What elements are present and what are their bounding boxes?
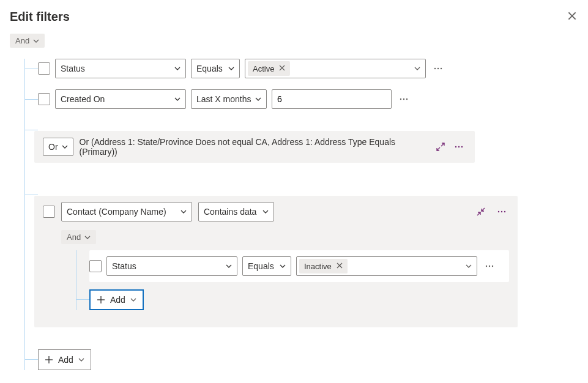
root-operator-label: And: [15, 36, 29, 45]
plus-icon: [45, 355, 53, 364]
page-title: Edit filters: [10, 10, 70, 24]
chevron-down-icon: [174, 96, 180, 102]
chevron-down-icon: [466, 263, 472, 269]
chevron-down-icon: [262, 209, 269, 215]
row-checkbox[interactable]: [38, 93, 50, 105]
field-select[interactable]: Status: [106, 256, 237, 276]
filter-row: Created On Last X months: [38, 89, 578, 109]
add-button-label: Add: [58, 355, 73, 365]
operator-select[interactable]: Equals: [191, 59, 240, 78]
add-row: Add: [89, 289, 509, 310]
collapse-icon[interactable]: [476, 207, 486, 217]
close-icon[interactable]: [566, 10, 578, 22]
nested-row-container: Status Equals Inact: [89, 250, 509, 282]
related-operator-select[interactable]: Contains data: [198, 202, 274, 221]
row-more-button[interactable]: [396, 92, 411, 106]
plus-icon: [97, 296, 105, 304]
field-select-value: Status: [112, 261, 136, 271]
related-entity-value: Contact (Company Name): [67, 207, 166, 217]
value-tag-label: Active: [253, 64, 274, 73]
operator-select[interactable]: Equals: [242, 256, 291, 276]
field-select[interactable]: Created On: [55, 89, 186, 109]
filter-row: Status Equals Active: [38, 59, 578, 78]
value-input[interactable]: Inactive: [296, 256, 477, 276]
operator-select-value: Equals: [248, 261, 274, 271]
row-checkbox[interactable]: [43, 206, 55, 218]
row-checkbox[interactable]: [89, 260, 102, 272]
add-button-label: Add: [110, 295, 125, 305]
related-entity-card: Contact (Company Name) Contains data: [34, 196, 518, 327]
row-checkbox[interactable]: [38, 62, 50, 75]
chevron-down-icon: [84, 234, 91, 240]
or-group-card: Or Or (Address 1: State/Province Does no…: [34, 131, 475, 163]
operator-select[interactable]: Last X months: [191, 89, 267, 109]
chevron-down-icon: [78, 357, 84, 363]
chevron-down-icon: [180, 209, 187, 215]
filter-group-wrapper: Contact (Company Name) Contains data: [38, 185, 578, 338]
group-operator-selector[interactable]: Or: [43, 138, 73, 156]
add-button[interactable]: Add: [89, 289, 144, 310]
filter-row: Status Equals Inact: [89, 256, 509, 276]
group-more-button[interactable]: [494, 204, 509, 219]
chevron-down-icon: [174, 65, 180, 72]
value-tag: Inactive: [299, 259, 348, 273]
chevron-down-icon: [130, 297, 136, 303]
nested-operator-selector[interactable]: And: [61, 230, 96, 244]
group-summary: Or (Address 1: State/Province Does not e…: [80, 137, 430, 157]
chevron-down-icon: [226, 263, 232, 269]
expand-icon[interactable]: [436, 142, 445, 152]
value-tag: Active: [248, 61, 290, 76]
row-more-button[interactable]: [482, 259, 497, 273]
row-more-button[interactable]: [431, 61, 445, 76]
related-operator-value: Contains data: [204, 207, 256, 217]
chevron-down-icon: [280, 263, 286, 269]
filter-group-wrapper: Or Or (Address 1: State/Province Does no…: [38, 120, 578, 174]
related-entity-select[interactable]: Contact (Company Name): [61, 202, 192, 221]
field-select[interactable]: Status: [55, 59, 186, 78]
chevron-down-icon: [62, 144, 68, 150]
chevron-down-icon: [228, 65, 234, 72]
chevron-down-icon: [414, 65, 420, 72]
group-operator-label: Or: [48, 142, 58, 152]
add-row: Add: [38, 349, 578, 370]
chevron-down-icon: [255, 96, 261, 102]
value-text-input[interactable]: [272, 89, 392, 109]
field-select-value: Status: [61, 64, 85, 73]
field-select-value: Created On: [61, 94, 105, 104]
operator-select-value: Equals: [196, 64, 223, 73]
root-operator-selector[interactable]: And: [10, 34, 45, 48]
operator-select-value: Last X months: [196, 94, 251, 104]
value-input[interactable]: Active: [245, 59, 426, 78]
remove-tag-icon[interactable]: [337, 262, 344, 270]
value-tag-label: Inactive: [304, 262, 332, 271]
nested-operator-label: And: [67, 232, 81, 242]
chevron-down-icon: [33, 38, 39, 44]
group-more-button[interactable]: [452, 139, 466, 154]
add-button[interactable]: Add: [38, 349, 91, 370]
remove-tag-icon[interactable]: [279, 65, 286, 72]
